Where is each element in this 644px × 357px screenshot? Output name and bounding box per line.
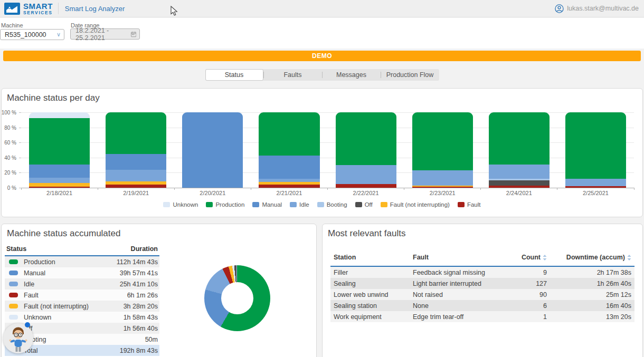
stacked-bar[interactable] <box>182 112 243 188</box>
fault-count: 127 <box>494 280 547 287</box>
stacked-bar[interactable] <box>336 112 396 188</box>
legend-item[interactable]: Idle <box>290 201 309 208</box>
machine-status-per-day-card: Machine status per day 100 %80 %60 %40 %… <box>1 88 643 217</box>
machine-select[interactable]: R535_100000 ∨ <box>0 29 64 40</box>
bar-column <box>21 112 98 188</box>
bar-segment[interactable] <box>489 180 550 186</box>
legend-item[interactable]: Fault (not interrupting) <box>381 201 450 208</box>
faults-title: Most relevant faults <box>328 228 405 239</box>
fault-text: Feedback signal missing <box>413 269 494 276</box>
app-title: Smart Log Analyzer <box>65 5 125 13</box>
tab-status[interactable]: Status <box>205 69 263 81</box>
legend-item[interactable]: Booting <box>317 201 347 208</box>
fault-downtime: 2h 17m 38s <box>547 269 631 276</box>
bar-segment[interactable] <box>106 154 166 169</box>
status-donut-chart[interactable] <box>204 265 270 331</box>
status-duration: 3h 28m 20s <box>124 303 158 310</box>
table-row: Idle25h 41m 10s <box>5 278 159 290</box>
user-menu[interactable]: lukas.stark@multivac.de <box>555 4 644 13</box>
logo-chart-icon <box>4 3 20 15</box>
stacked-bar[interactable] <box>412 112 473 188</box>
bar-column <box>251 112 327 188</box>
fault-station: Sealing <box>334 280 413 287</box>
fault-count: 9 <box>494 269 547 276</box>
bar-segment[interactable] <box>336 184 396 188</box>
tab-faults[interactable]: Faults <box>264 69 322 81</box>
y-axis-label: 0 % <box>7 185 16 191</box>
legend-color-chip <box>355 202 362 207</box>
fault-station: Lower web unwind <box>334 291 413 298</box>
smart-services-logo[interactable]: SMART SERVICES <box>0 2 53 15</box>
table-row: Production112h 14m 43s <box>5 256 159 267</box>
legend-color-chip <box>317 202 324 207</box>
column-downtime-sort[interactable]: Downtime (accum) <box>547 254 631 261</box>
top-bar: SMART SERVICES Smart Log Analyzer lukas.… <box>0 0 644 17</box>
table-row: SealingLight barrier interrupted1271h 26… <box>330 278 634 289</box>
status-duration: 25h 41m 10s <box>120 281 158 288</box>
stacked-bar[interactable] <box>29 112 90 188</box>
stacked-bar[interactable] <box>106 112 166 188</box>
bar-segment[interactable] <box>489 165 550 179</box>
stacked-bar[interactable] <box>259 112 319 188</box>
bar-segment[interactable] <box>29 118 90 164</box>
faults-table: Station Fault Count Downtime (accum) Fil… <box>330 250 634 322</box>
bar-column <box>404 112 481 188</box>
status-color-chip <box>9 304 18 308</box>
date-range-input[interactable]: 18.2.2021 - 25.2.2021 <box>70 28 140 40</box>
accumulated-table-header: Status Duration <box>5 243 159 256</box>
assistant-avatar-widget[interactable] <box>3 323 33 353</box>
bar-segment[interactable] <box>336 112 396 165</box>
legend-item[interactable]: Manual <box>252 201 282 208</box>
bar-segment[interactable] <box>412 170 473 186</box>
status-duration: 1h 56m 40s <box>124 325 158 332</box>
bar-segment[interactable] <box>259 156 319 179</box>
legend-color-chip <box>381 202 387 207</box>
faults-table-header: Station Fault Count Downtime (accum) <box>330 250 634 267</box>
legend-color-chip <box>458 202 465 207</box>
fault-downtime: 25m 12s <box>547 291 631 298</box>
bar-column <box>174 112 251 188</box>
tab-production-flow[interactable]: Production Flow <box>381 69 439 81</box>
bar-segment[interactable] <box>106 170 166 181</box>
bar-segment[interactable] <box>489 112 550 165</box>
legend-item[interactable]: Off <box>355 201 373 208</box>
x-axis-labels: 2/18/20212/19/20212/20/20212/21/20212/22… <box>21 190 634 196</box>
table-row: Manual39h 57m 41s <box>5 267 159 278</box>
fault-count: 6 <box>494 302 547 310</box>
tab-messages[interactable]: Messages <box>323 69 381 81</box>
bar-segment[interactable] <box>565 179 626 186</box>
total-duration: 192h 8m 43s <box>120 347 158 354</box>
bar-segment[interactable] <box>565 112 626 179</box>
demo-banner: DEMO <box>3 51 641 61</box>
bar-segment[interactable] <box>29 165 90 178</box>
legend-label: Fault <box>467 201 481 208</box>
legend-item[interactable]: Fault <box>458 201 481 208</box>
bar-segment[interactable] <box>259 112 319 156</box>
bar-segment[interactable] <box>336 165 396 184</box>
legend-color-chip <box>290 202 297 207</box>
stacked-bar[interactable] <box>565 112 626 188</box>
logo-line1: SMART <box>23 2 53 10</box>
legend-item[interactable]: Unknown <box>163 201 198 208</box>
bar-segment[interactable] <box>29 178 90 183</box>
column-count-sort[interactable]: Count <box>494 254 547 261</box>
legend-label: Production <box>215 201 244 208</box>
bar-segment[interactable] <box>182 112 243 188</box>
table-row: Sealing stationNone616m 40s <box>330 300 634 311</box>
legend-item[interactable]: Production <box>206 201 244 208</box>
bar-segment[interactable] <box>106 112 166 154</box>
column-station: Station <box>334 254 413 261</box>
stacked-bar[interactable] <box>489 112 550 188</box>
bars-layer <box>21 112 634 188</box>
status-color-chip <box>9 282 18 286</box>
fault-count: 90 <box>494 291 547 298</box>
y-axis-label: 20 % <box>4 170 16 176</box>
chevron-down-icon: ∨ <box>56 31 61 38</box>
most-relevant-faults-card: Most relevant faults Station Fault Count… <box>322 224 643 357</box>
bar-segment[interactable] <box>29 183 90 187</box>
bar-segment[interactable] <box>412 112 473 170</box>
mouse-cursor <box>171 6 178 16</box>
logo-line2: SERVICES <box>23 11 53 15</box>
table-row: Fault6h 1m 26s <box>5 290 159 301</box>
bar-segment[interactable] <box>29 112 90 118</box>
